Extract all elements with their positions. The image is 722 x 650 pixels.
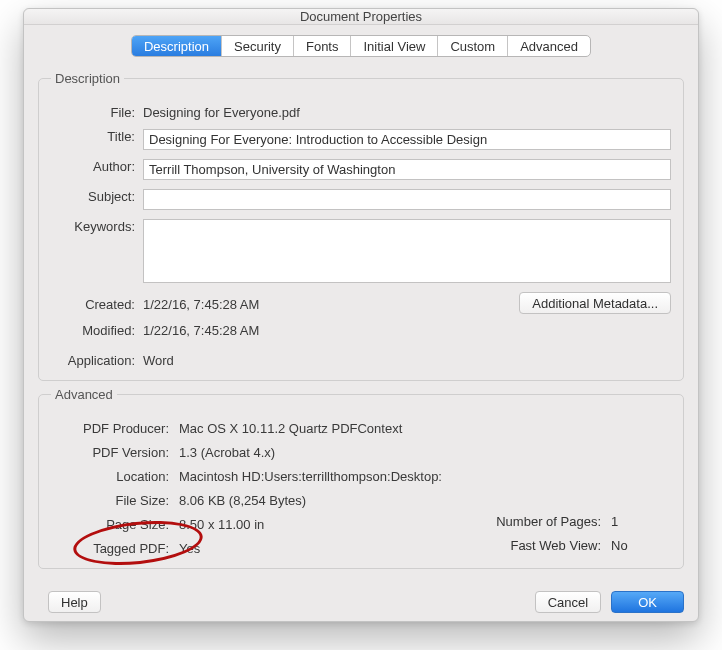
bottom-bar: Help Cancel OK [24, 581, 698, 625]
description-legend: Description [51, 71, 124, 86]
file-size-value: 8.06 KB (8,254 Bytes) [179, 490, 671, 508]
num-pages-value: 1 [611, 514, 671, 532]
pdf-producer-value: Mac OS X 10.11.2 Quartz PDFContext [179, 418, 671, 436]
location-label: Location: [51, 466, 179, 484]
location-value: Macintosh HD:Users:terrillthompson:Deskt… [179, 466, 671, 484]
author-input[interactable] [143, 159, 671, 180]
tab-security[interactable]: Security [222, 36, 294, 56]
pdf-version-value: 1.3 (Acrobat 4.x) [179, 442, 671, 460]
file-size-label: File Size: [51, 490, 179, 508]
segmented-control: Description Security Fonts Initial View … [131, 35, 591, 57]
window-title: Document Properties [300, 9, 422, 24]
keywords-label: Keywords: [51, 216, 143, 234]
tab-advanced[interactable]: Advanced [508, 36, 590, 56]
cancel-button[interactable]: Cancel [535, 591, 601, 613]
pdf-producer-label: PDF Producer: [51, 418, 179, 436]
file-label: File: [51, 102, 143, 120]
dialog-window: Document Properties Description Security… [23, 8, 699, 622]
author-label: Author: [51, 156, 143, 174]
subject-input[interactable] [143, 189, 671, 210]
pdf-version-label: PDF Version: [51, 442, 179, 460]
tab-bar: Description Security Fonts Initial View … [24, 35, 698, 57]
application-label: Application: [51, 350, 143, 368]
tab-fonts[interactable]: Fonts [294, 36, 352, 56]
file-value: Designing for Everyone.pdf [143, 102, 671, 120]
title-label: Title: [51, 126, 143, 144]
ok-button[interactable]: OK [611, 591, 684, 613]
page-size-label: Page Size: [51, 514, 179, 532]
modified-value: 1/22/16, 7:45:28 AM [143, 320, 671, 338]
titlebar: Document Properties [24, 9, 698, 25]
tab-initial-view[interactable]: Initial View [351, 36, 438, 56]
keywords-input[interactable] [143, 219, 671, 283]
tab-custom[interactable]: Custom [438, 36, 508, 56]
created-value: 1/22/16, 7:45:28 AM [143, 294, 519, 312]
application-value: Word [143, 350, 671, 368]
fast-web-label: Fast Web View: [379, 538, 611, 556]
additional-metadata-button[interactable]: Additional Metadata... [519, 292, 671, 314]
subject-label: Subject: [51, 186, 143, 204]
description-group: Description File: Designing for Everyone… [38, 71, 684, 381]
advanced-group: Advanced PDF Producer: Mac OS X 10.11.2 … [38, 387, 684, 569]
page-size-value: 8.50 x 11.00 in [179, 514, 379, 532]
advanced-legend: Advanced [51, 387, 117, 402]
tagged-pdf-value: Yes [179, 538, 379, 556]
title-input[interactable] [143, 129, 671, 150]
help-button[interactable]: Help [48, 591, 101, 613]
fast-web-value: No [611, 538, 671, 556]
panel-area: Description File: Designing for Everyone… [24, 59, 698, 581]
num-pages-label: Number of Pages: [379, 514, 611, 532]
tab-description[interactable]: Description [132, 36, 222, 56]
modified-label: Modified: [51, 320, 143, 338]
tagged-pdf-label: Tagged PDF: [51, 538, 179, 556]
created-label: Created: [51, 294, 143, 312]
